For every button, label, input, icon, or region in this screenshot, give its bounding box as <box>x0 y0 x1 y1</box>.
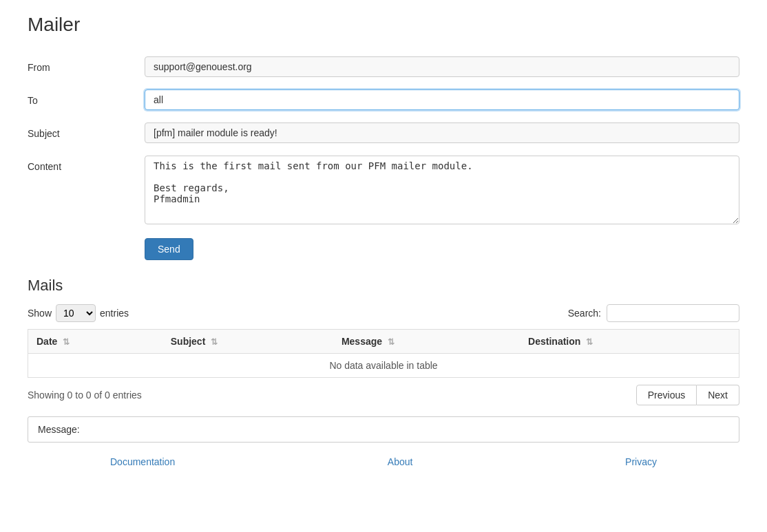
search-input[interactable] <box>607 304 739 322</box>
to-row: To <box>28 89 739 110</box>
content-textarea[interactable] <box>145 156 739 224</box>
content-row: Content <box>28 156 739 224</box>
sort-icon-message: ⇅ <box>388 337 395 347</box>
page-title: Mailer <box>28 14 739 36</box>
search-area: Search: <box>568 304 739 322</box>
sort-icon-date: ⇅ <box>63 337 70 347</box>
sort-icon-subject: ⇅ <box>211 337 218 347</box>
pagination: Previous Next <box>636 385 739 405</box>
message-box-label: Message: <box>38 424 80 435</box>
mails-section-title: Mails <box>28 277 739 295</box>
sort-icon-destination: ⇅ <box>586 337 593 347</box>
subject-row: Subject <box>28 123 739 143</box>
search-label: Search: <box>568 308 601 319</box>
subject-input[interactable] <box>145 123 739 143</box>
table-header: Date ⇅ Subject ⇅ Message ⇅ Destination ⇅ <box>28 330 739 354</box>
from-row: From <box>28 56 739 77</box>
footer: Documentation About Privacy <box>28 456 739 467</box>
col-date[interactable]: Date ⇅ <box>28 330 162 354</box>
col-message[interactable]: Message ⇅ <box>333 330 520 354</box>
from-label: From <box>28 56 145 73</box>
no-data-row: No data available in table <box>28 354 739 378</box>
about-link[interactable]: About <box>388 456 413 467</box>
message-box: Message: <box>28 416 739 443</box>
from-input[interactable] <box>145 56 739 77</box>
next-button[interactable]: Next <box>697 385 739 405</box>
showing-entries: Showing 0 to 0 of 0 entries <box>28 390 142 401</box>
show-label: Show <box>28 308 52 319</box>
table-body: No data available in table <box>28 354 739 378</box>
previous-button[interactable]: Previous <box>636 385 697 405</box>
privacy-link[interactable]: Privacy <box>625 456 657 467</box>
table-header-row: Date ⇅ Subject ⇅ Message ⇅ Destination ⇅ <box>28 330 739 354</box>
send-button[interactable]: Send <box>145 238 193 260</box>
table-controls: Show 10 25 50 100 entries Search: <box>28 304 739 322</box>
documentation-link[interactable]: Documentation <box>110 456 175 467</box>
col-subject[interactable]: Subject ⇅ <box>162 330 333 354</box>
mailer-form: From To Subject Content <box>28 56 739 224</box>
to-label: To <box>28 89 145 106</box>
subject-label: Subject <box>28 123 145 139</box>
entries-select[interactable]: 10 25 50 100 <box>56 304 96 322</box>
col-destination[interactable]: Destination ⇅ <box>520 330 739 354</box>
no-data-message: No data available in table <box>28 354 739 378</box>
to-input[interactable] <box>145 89 739 110</box>
entries-label: entries <box>100 308 129 319</box>
table-footer: Showing 0 to 0 of 0 entries Previous Nex… <box>28 385 739 405</box>
show-entries: Show 10 25 50 100 entries <box>28 304 129 322</box>
mails-table: Date ⇅ Subject ⇅ Message ⇅ Destination ⇅… <box>28 329 739 378</box>
content-label: Content <box>28 156 145 172</box>
